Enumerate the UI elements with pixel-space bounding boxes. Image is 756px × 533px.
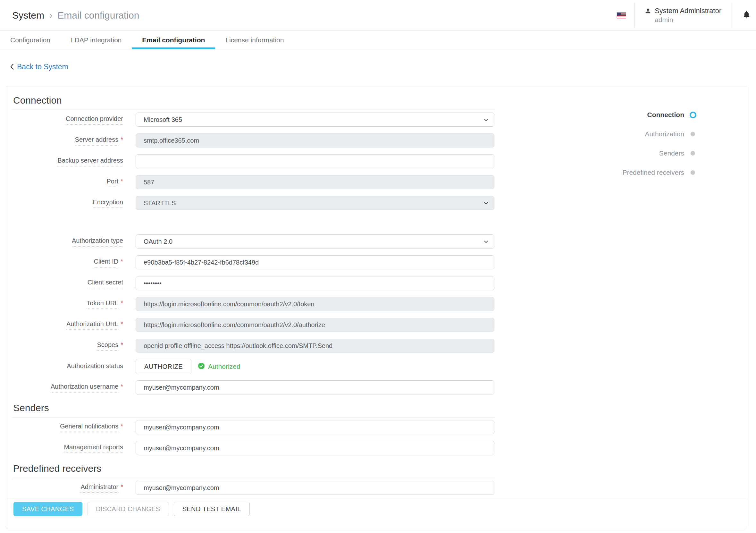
breadcrumb-separator: › xyxy=(49,10,52,20)
field-row-authorization-url: Authorization URL * xyxy=(6,318,747,332)
field-label: General notifications * xyxy=(6,422,123,432)
chevron-down-icon xyxy=(483,200,489,208)
field-label: Port * xyxy=(6,177,123,187)
back-row: Back to System xyxy=(10,62,756,72)
field-label: Administrator * xyxy=(6,483,123,493)
dot-icon xyxy=(690,170,695,175)
administrator-input[interactable] xyxy=(136,481,494,495)
required-asterisk: * xyxy=(121,320,123,328)
field-row-authorization-username: Authorization username * xyxy=(6,380,747,394)
check-circle-icon xyxy=(198,362,205,371)
chevron-down-icon xyxy=(483,117,489,125)
language-selector[interactable] xyxy=(608,0,634,30)
person-icon xyxy=(644,7,652,16)
breadcrumb-system[interactable]: System xyxy=(12,10,44,21)
field-label: Authorization type xyxy=(6,237,123,247)
us-flag-icon xyxy=(617,13,626,18)
bell-icon xyxy=(742,10,751,20)
section-divider xyxy=(12,478,495,478)
connection-provider-select[interactable]: Microsoft 365 xyxy=(136,113,494,127)
section-heading-predefined-receivers: Predefined receivers xyxy=(13,463,747,474)
section-heading-connection: Connection xyxy=(13,95,747,105)
stepper-item-authorization[interactable]: Authorization xyxy=(622,125,696,144)
required-asterisk: * xyxy=(121,422,123,430)
breadcrumb-current-page: Email configuration xyxy=(57,10,139,21)
user-role: admin xyxy=(655,15,721,24)
section-stepper: Connection Authorization Senders Predefi… xyxy=(622,105,696,182)
authorization-username-input[interactable] xyxy=(136,380,494,394)
section-heading-senders: Senders xyxy=(13,403,747,413)
authorization-type-select[interactable]: OAuth 2.0 xyxy=(136,235,494,248)
encryption-select: STARTTLS xyxy=(136,196,494,210)
field-row-scopes: Scopes * xyxy=(6,339,747,353)
field-label: Server address * xyxy=(6,136,123,146)
notifications-button[interactable] xyxy=(731,0,756,30)
send-test-email-button[interactable]: SEND TEST EMAIL xyxy=(174,502,250,516)
stepper-dot xyxy=(689,132,696,136)
field-label: Management reports xyxy=(6,443,123,453)
field-row-authorization-type: Authorization type OAuth 2.0 xyxy=(6,235,747,248)
user-menu[interactable]: System Administrator admin xyxy=(635,0,731,30)
required-asterisk: * xyxy=(121,299,123,307)
discard-changes-button[interactable]: DISCARD CHANGES xyxy=(87,502,169,516)
required-asterisk: * xyxy=(121,483,123,491)
tab-ldap-integration[interactable]: LDAP integration xyxy=(61,31,132,49)
section-divider xyxy=(12,110,495,110)
required-asterisk: * xyxy=(121,258,123,265)
field-label: Scopes * xyxy=(6,341,123,351)
stepper-dot-active xyxy=(689,112,696,118)
authorization-status: Authorized xyxy=(198,362,240,371)
actions-bar: SAVE CHANGES DISCARD CHANGES SEND TEST E… xyxy=(6,498,747,529)
field-label: Encryption xyxy=(6,198,123,208)
field-row-administrator: Administrator * xyxy=(6,481,747,495)
tab-bar: Configuration LDAP integration Email con… xyxy=(0,31,756,49)
required-asterisk: * xyxy=(121,341,123,349)
section-senders: Senders General notifications * Manageme… xyxy=(6,403,747,455)
field-label: Client ID * xyxy=(6,258,123,267)
client-id-input[interactable] xyxy=(136,255,494,269)
section-predefined-receivers: Predefined receivers Administrator * xyxy=(6,463,747,495)
back-to-system-link[interactable]: Back to System xyxy=(17,63,68,71)
tab-email-configuration[interactable]: Email configuration xyxy=(132,31,215,49)
field-label: Token URL * xyxy=(6,299,123,309)
email-configuration-card: Connection Connection provider Microsoft… xyxy=(6,86,747,529)
section-divider xyxy=(12,417,495,418)
field-label: Backup server address xyxy=(6,156,123,166)
authorize-button[interactable]: AUTHORIZE xyxy=(136,359,191,374)
required-asterisk: * xyxy=(121,177,123,185)
tab-configuration[interactable]: Configuration xyxy=(0,31,61,49)
server-address-input xyxy=(136,133,494,148)
stepper-dot xyxy=(689,151,696,155)
user-name: System Administrator xyxy=(655,6,721,16)
field-row-client-id: Client ID * xyxy=(6,255,747,269)
backup-server-address-input[interactable] xyxy=(136,154,494,168)
stepper-item-senders[interactable]: Senders xyxy=(622,144,696,163)
management-reports-input[interactable] xyxy=(136,441,494,455)
user-text: System Administrator admin xyxy=(655,6,721,24)
field-label: Client secret xyxy=(6,278,123,288)
field-row-authorization-status: Authorization status AUTHORIZE Authorize… xyxy=(6,359,747,374)
required-asterisk: * xyxy=(121,136,123,143)
port-input xyxy=(136,175,494,189)
authorization-status-text: Authorized xyxy=(208,363,240,370)
general-notifications-input[interactable] xyxy=(136,420,494,434)
field-label: Connection provider xyxy=(6,115,123,125)
dot-icon xyxy=(690,132,695,136)
field-row-token-url: Token URL * xyxy=(6,297,747,311)
stepper-dot xyxy=(689,170,696,175)
stepper-item-connection[interactable]: Connection xyxy=(622,105,696,125)
client-secret-input[interactable] xyxy=(136,276,494,290)
active-ring-icon xyxy=(689,112,696,118)
connection-provider-value: Microsoft 365 xyxy=(144,116,182,124)
field-label: Authorization username * xyxy=(6,382,123,393)
us-flag-canton xyxy=(617,13,621,16)
field-row-encryption: Encryption STARTTLS xyxy=(6,196,747,210)
save-changes-button[interactable]: SAVE CHANGES xyxy=(14,502,82,516)
stepper-item-predefined-receivers[interactable]: Predefined receivers xyxy=(622,163,696,182)
required-asterisk: * xyxy=(121,382,123,390)
top-header: System › Email configuration System Admi… xyxy=(0,0,756,31)
tab-license-information[interactable]: License information xyxy=(215,31,294,49)
field-label: Authorization URL * xyxy=(6,320,123,330)
chevron-left-icon xyxy=(10,63,14,70)
chevron-down-icon xyxy=(483,239,489,246)
